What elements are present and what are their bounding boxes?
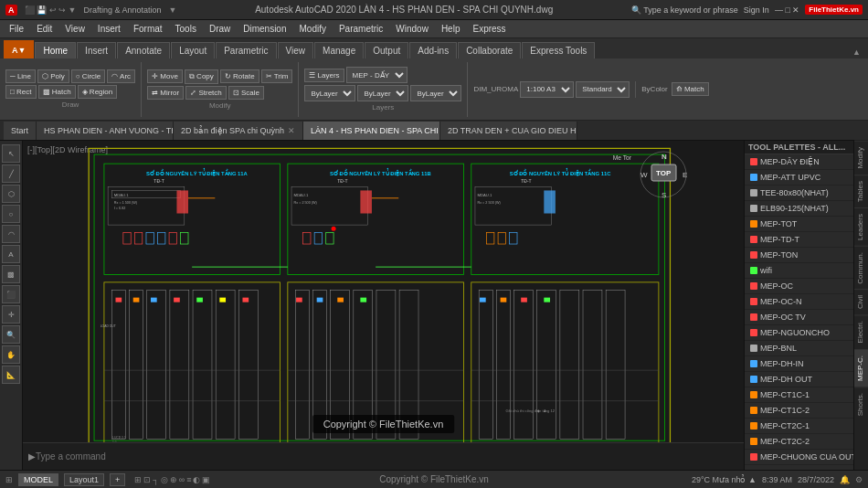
ortho-icon[interactable]: ┐ [153, 475, 158, 484]
menu-parametric[interactable]: Parametric [333, 23, 388, 35]
ribbon-tab-collaborate[interactable]: Collaborate [458, 42, 521, 58]
color-dropdown[interactable]: ByLayer [410, 85, 461, 101]
file-tab-2d-tran[interactable]: 2D TRAN DEN + CUA GIO DIEU HOA SPA1 ✕ [440, 122, 577, 140]
menu-modify[interactable]: Modify [294, 23, 332, 35]
rtab-commun[interactable]: Commun. [854, 246, 868, 290]
settings-icon[interactable]: ⚙ [855, 475, 863, 484]
scale-dropdown[interactable]: 1:100 A3 [520, 81, 574, 98]
rtab-leaders[interactable]: Leaders [854, 207, 868, 246]
ribbon-tab-view[interactable]: View [278, 42, 314, 58]
tool-pan[interactable]: ✋ [2, 345, 20, 364]
palette-item-mep-day-dien[interactable]: MEP-DÂY ĐIỆN [745, 154, 853, 170]
move-btn[interactable]: ✛ Move [147, 69, 183, 83]
ribbon-tab-express[interactable]: Express Tools [522, 42, 595, 58]
ribbon-tab-manage[interactable]: Manage [314, 42, 364, 58]
polar-icon[interactable]: ◎ [161, 475, 168, 484]
command-input[interactable] [36, 451, 738, 461]
palette-item-wifi[interactable]: wifi [745, 263, 853, 279]
stretch-btn[interactable]: ⤢ Stretch [185, 86, 227, 100]
palette-item-elb[interactable]: ELB90-125(NHAT) [745, 201, 853, 217]
match-properties-btn[interactable]: ⟰ Match [672, 82, 709, 96]
ribbon-tab-file[interactable]: A▼ [4, 40, 34, 58]
ribbon-tab-insert[interactable]: Insert [77, 42, 116, 58]
palette-item-mep-ct2c2[interactable]: MEP-CT2C-2 [745, 434, 853, 450]
lineweight-icon[interactable]: ≡ [186, 475, 191, 484]
window-controls[interactable]: — □ ✕ [775, 5, 799, 15]
tool-polyline[interactable]: ⬡ [2, 185, 20, 203]
add-layout-btn[interactable]: + [110, 473, 125, 486]
menu-dimension[interactable]: Dimension [238, 23, 291, 35]
menu-format[interactable]: Format [128, 23, 168, 35]
ribbon-tab-output[interactable]: Output [365, 42, 408, 58]
draw-region-btn[interactable]: ◈ Region [78, 85, 118, 99]
palette-item-mep-dh-out[interactable]: MEP-DH OUT [745, 372, 853, 387]
tool-block[interactable]: ⬛ [2, 285, 20, 303]
file-tab-2d-ban[interactable]: 2D bản điện SPA chi Quỳnh ✕ [174, 122, 303, 140]
tool-text[interactable]: A [2, 245, 20, 263]
snap-icon[interactable]: ⊞ [134, 475, 142, 484]
file-tab-hs[interactable]: HS PHAN DIEN - ANH VUONG - THANH TO... ✕ [37, 122, 174, 140]
ribbon-tab-addins[interactable]: Add-ins [409, 42, 457, 58]
rtab-electri[interactable]: Electri. [854, 314, 868, 348]
tool-circle[interactable]: ○ [2, 205, 20, 223]
ribbon-tab-annotate[interactable]: Annotate [117, 42, 170, 58]
rtab-civil[interactable]: Civil [854, 289, 868, 314]
draw-line-btn[interactable]: ─ Line [5, 69, 36, 83]
tool-select[interactable]: ↖ [2, 144, 20, 163]
standard-dropdown[interactable]: Standard [576, 81, 630, 98]
notification-icon[interactable]: 🔔 [840, 475, 850, 484]
palette-item-mep-ct2c1[interactable]: MEP-CT2C-1 [745, 419, 853, 434]
copy-btn[interactable]: ⧉ Copy [185, 69, 218, 84]
ribbon-tab-parametric[interactable]: Parametric [216, 42, 276, 58]
transparency-icon[interactable]: ◐ [193, 475, 200, 484]
tool-move[interactable]: ✛ [2, 305, 20, 324]
ribbon-minimize[interactable]: ▲ [849, 46, 864, 58]
draw-circle-btn[interactable]: ○ Circle [71, 69, 106, 83]
rtab-tables[interactable]: Tables [854, 175, 868, 207]
otrack-icon[interactable]: ∞ [179, 475, 185, 484]
trim-btn[interactable]: ✂ Trim [261, 69, 293, 83]
palette-item-mep-chuong[interactable]: MEP-CHUONG CUA OUT [745, 450, 853, 465]
tool-line[interactable]: ╱ [2, 164, 20, 183]
layout1-tab[interactable]: Layout1 [64, 473, 104, 486]
menu-tools[interactable]: Tools [170, 23, 202, 35]
draw-rect-btn[interactable]: □ Rect [5, 85, 37, 99]
tool-zoom[interactable]: 🔍 [2, 325, 20, 344]
search-box[interactable]: 🔍 Type a keyword or phrase [631, 5, 738, 15]
menu-express[interactable]: Express [467, 23, 511, 35]
workspace-dropdown-icon[interactable]: ▼ [168, 5, 176, 15]
lineweight-dropdown[interactable]: ByLayer [357, 85, 408, 101]
menu-draw[interactable]: Draw [204, 23, 236, 35]
drawing-canvas[interactable]: [-][Top][2D Wireframe] SƠ ĐỒ NGUYÊN LÝ T… [23, 141, 744, 470]
palette-item-mep-att[interactable]: MEP-ATT UPVC [745, 170, 853, 186]
palette-item-mep-oc-n[interactable]: MEP-OC-N [745, 294, 853, 310]
signin-label[interactable]: Sign In [744, 5, 769, 15]
menu-edit[interactable]: Edit [31, 23, 58, 35]
ribbon-tab-home[interactable]: Home [35, 42, 76, 58]
model-tab[interactable]: MODEL [18, 473, 58, 486]
tool-hatch[interactable]: ▩ [2, 265, 20, 283]
draw-arc-btn[interactable]: ◠ Arc [107, 69, 135, 83]
rtab-modify[interactable]: Modify [854, 141, 868, 175]
tool-measure[interactable]: 📐 [2, 366, 20, 384]
menu-view[interactable]: View [59, 23, 90, 35]
palette-item-mep-bnl[interactable]: MEP-BNL [745, 341, 853, 356]
draw-hatch-btn[interactable]: ▩ Hatch [38, 85, 76, 99]
palette-item-mep-oc-tv[interactable]: MEP-OC TV [745, 310, 853, 325]
palette-item-mep-nguoncho[interactable]: MEP-NGUONCHO [745, 325, 853, 341]
rtab-mep-c[interactable]: MEP-C. [854, 349, 868, 387]
file-tab-start[interactable]: Start [4, 122, 37, 140]
rtab-shorts[interactable]: Shorts. [854, 387, 868, 421]
grid-icon[interactable]: ⊡ [143, 475, 151, 484]
menu-insert[interactable]: Insert [92, 23, 126, 35]
palette-item-mep-tdt[interactable]: MEP-TD-T [745, 232, 853, 248]
viewcube[interactable]: N S W E TOP [639, 150, 689, 200]
ribbon-tab-layout[interactable]: Layout [171, 42, 215, 58]
selection-icon[interactable]: ▣ [202, 475, 210, 484]
tool-arc[interactable]: ◠ [2, 225, 20, 243]
layer-dropdown[interactable]: MEP - DẤY [346, 67, 408, 83]
scale-btn[interactable]: ⊡ Scale [228, 86, 264, 100]
palette-item-mep-dh-in[interactable]: MEP-DH-IN [745, 356, 853, 372]
menu-help[interactable]: Help [436, 23, 466, 35]
osnap-icon[interactable]: ⊕ [170, 475, 177, 484]
